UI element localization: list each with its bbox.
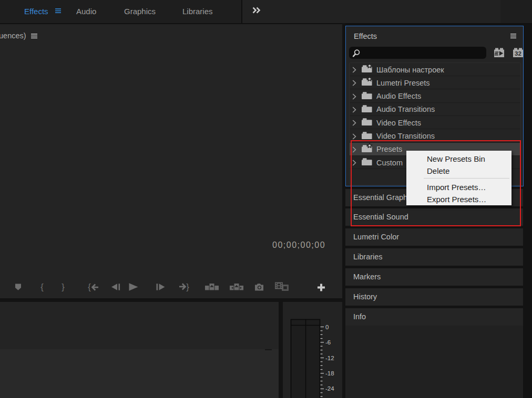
svg-text:-12: -12	[325, 355, 334, 361]
svg-text:-18: -18	[325, 370, 334, 376]
svg-text:-24: -24	[325, 385, 334, 392]
svg-text:}: }	[62, 282, 65, 291]
svg-text:}: }	[186, 282, 189, 291]
svg-text:-6: -6	[325, 339, 331, 345]
svg-text:{: {	[88, 282, 91, 291]
svg-text:{: {	[40, 282, 44, 291]
svg-text:0: 0	[325, 324, 329, 330]
